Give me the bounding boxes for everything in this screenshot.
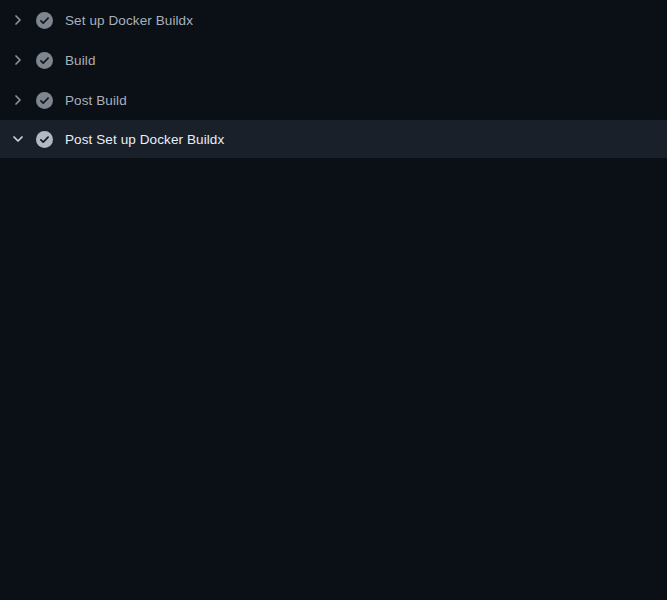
chevron-right-icon[interactable] xyxy=(10,12,26,28)
step-row[interactable]: Post Build xyxy=(0,80,667,120)
log-line: 5 time="2021-04-23T18:02:37Z" level=warn… xyxy=(0,250,667,270)
log-line: 16 time="2021-04-23T18:02:38Z" level=deb… xyxy=(0,490,667,510)
step-label: Post Build xyxy=(65,93,127,108)
check-circle-icon xyxy=(36,12,53,29)
log-line: application/vnd.oci.image.index.v1+json,… xyxy=(0,570,667,590)
log-line: 8 time="2021-04-23T18:02:37Z" level=info… xyxy=(0,330,667,350)
log-line: 12 time="2021-04-23T18:02:38Z" level=deb… xyxy=(0,410,667,430)
log-line: 6 time="2021-04-23T18:02:37Z" level=info… xyxy=(0,270,667,290)
log-line: 14 time="2021-04-23T18:02:38Z" level=deb… xyxy=(0,450,667,470)
step-list: Set up Docker Buildx Build P xyxy=(0,0,667,158)
step-label: Post Set up Docker Buildx xyxy=(65,132,224,147)
chevron-right-icon[interactable] xyxy=(10,92,26,108)
step-label: Set up Docker Buildx xyxy=(65,13,193,28)
log-line: 7 time="2021-04-23T18:02:37Z" level=warn… xyxy=(0,310,667,330)
step-row[interactable]: Post Set up Docker Buildx xyxy=(0,120,667,158)
log-line: 4 time="2021-04-23T18:02:37Z" level=info… xyxy=(0,230,667,250)
log-line: 15 time="2021-04-23T18:02:38Z" level=deb… xyxy=(0,470,667,490)
step-row[interactable]: Set up Docker Buildx xyxy=(0,0,667,40)
check-circle-icon xyxy=(36,52,53,69)
log-line: linux/riscv64 linux/ppc64le linux/s390x … xyxy=(0,290,667,310)
log-line: 2 ▼BuildKit container logs xyxy=(0,190,667,210)
log-line: 13 time="2021-04-23T18:02:38Z" level=deb… xyxy=(0,430,667,450)
log-line: 3 /usr/bin/docker logs buildx_buildkit_b… xyxy=(0,210,667,230)
chevron-right-icon[interactable] xyxy=(10,52,26,68)
log-line: 20 time="2021-04-23T18:02:38Z" level=deb… xyxy=(0,590,667,600)
log-line: 10 time="2021-04-23T18:02:37Z" level=inf… xyxy=(0,370,667,390)
check-circle-icon xyxy=(36,131,53,148)
chevron-down-icon[interactable] xyxy=(10,131,26,147)
log-line: 19 time="2021-04-23T18:02:38Z" level=deb… xyxy=(0,550,667,570)
step-label: Build xyxy=(65,53,96,68)
step-row[interactable]: Build xyxy=(0,40,667,80)
log-line: 9 time="2021-04-23T18:02:37Z" level=warn… xyxy=(0,350,667,370)
log-line: 18 time="2021-04-23T18:02:38Z" level=deb… xyxy=(0,530,667,550)
log-line: 1 Post job cleanup. xyxy=(0,170,667,190)
check-circle-icon xyxy=(36,92,53,109)
log-line: 17 time="2021-04-23T18:02:38Z" level=deb… xyxy=(0,510,667,530)
log-line: 11 time="2021-04-23T18:02:38Z" level=deb… xyxy=(0,390,667,410)
log-area: 1 Post job cleanup. 2 ▼BuildKit containe… xyxy=(0,170,667,600)
